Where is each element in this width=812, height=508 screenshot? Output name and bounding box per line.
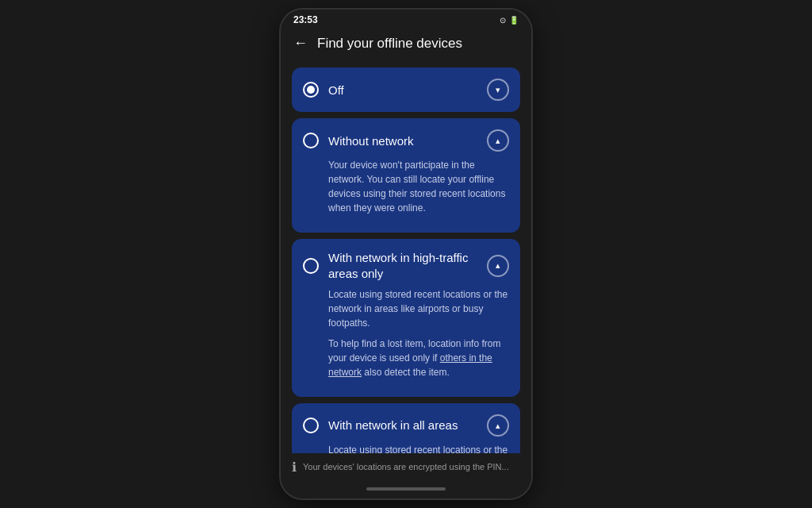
option-high-traffic-card[interactable]: With network in high-traffic areas only … <box>292 239 520 397</box>
chevron-all-areas-button[interactable]: ▴ <box>487 414 509 437</box>
info-row: ℹ Your devices' locations are encrypted … <box>292 460 520 475</box>
option-off-card[interactable]: Off ▾ <box>292 67 520 112</box>
option-all-areas-header: With network in all areas ▴ <box>303 414 509 437</box>
phone-frame: 23:53 ⊙ 🔋 ← Find your offline devices Of… <box>279 8 533 500</box>
info-icon: ℹ <box>292 460 297 475</box>
option-high-traffic-left: With network in high-traffic areas only <box>303 250 487 281</box>
chevron-off-button[interactable]: ▾ <box>487 79 509 101</box>
battery-icon: 🔋 <box>509 16 519 25</box>
status-time: 23:53 <box>293 14 318 25</box>
option-high-traffic-desc2-end: also detect the item. <box>362 367 450 378</box>
option-without-network-card[interactable]: Without network ▴ Your device won't part… <box>292 118 520 233</box>
alarm-icon: ⊙ <box>500 16 506 25</box>
bottom-bar: ℹ Your devices' locations are encrypted … <box>281 453 531 483</box>
radio-high-traffic[interactable] <box>303 258 319 274</box>
radio-without-network[interactable] <box>303 133 319 148</box>
footer-text: Your devices' locations are encrypted us… <box>303 461 509 473</box>
content-area: Off ▾ Without network ▴ Your device won'… <box>281 60 531 453</box>
chevron-high-traffic-button[interactable]: ▴ <box>487 255 509 277</box>
status-icons: ⊙ 🔋 <box>500 16 519 25</box>
option-without-network-title: Without network <box>328 134 414 148</box>
option-all-areas-left: With network in all areas <box>303 418 458 433</box>
option-all-areas-desc1: Locate using stored recent locations or … <box>328 443 509 453</box>
option-without-network-left: Without network <box>303 133 414 148</box>
option-without-network-body: Your device won't participate in the net… <box>303 158 509 215</box>
option-high-traffic-header: With network in high-traffic areas only … <box>303 250 509 281</box>
option-all-areas-body: Locate using stored recent locations or … <box>303 443 509 453</box>
chevron-off-icon: ▾ <box>496 86 500 94</box>
radio-off[interactable] <box>303 82 319 98</box>
option-all-areas-title: With network in all areas <box>328 418 458 433</box>
back-button[interactable]: ← <box>293 35 308 52</box>
status-bar: 23:53 ⊙ 🔋 <box>281 10 531 29</box>
chevron-high-traffic-icon: ▴ <box>496 261 500 270</box>
option-without-network-header: Without network ▴ <box>303 129 509 152</box>
radio-all-areas[interactable] <box>303 418 319 433</box>
option-high-traffic-body: Locate using stored recent locations or … <box>303 287 509 379</box>
option-off-header: Off ▾ <box>303 79 509 101</box>
option-high-traffic-desc1: Locate using stored recent locations or … <box>328 287 509 330</box>
option-off-title: Off <box>328 83 344 97</box>
nav-bar <box>281 483 531 498</box>
chevron-without-network-icon: ▴ <box>496 137 500 145</box>
radio-off-inner <box>307 86 315 94</box>
option-all-areas-card[interactable]: With network in all areas ▴ Locate using… <box>292 403 520 453</box>
nav-indicator <box>366 487 446 491</box>
option-off-left: Off <box>303 82 344 98</box>
option-without-network-desc: Your device won't participate in the net… <box>328 158 509 215</box>
page-title: Find your offline devices <box>317 36 462 52</box>
option-high-traffic-desc2: To help find a lost item, location info … <box>328 337 509 379</box>
chevron-without-network-button[interactable]: ▴ <box>487 129 509 152</box>
top-bar: ← Find your offline devices <box>281 29 531 60</box>
option-high-traffic-title: With network in high-traffic areas only <box>328 250 487 281</box>
chevron-all-areas-icon: ▴ <box>496 421 500 430</box>
